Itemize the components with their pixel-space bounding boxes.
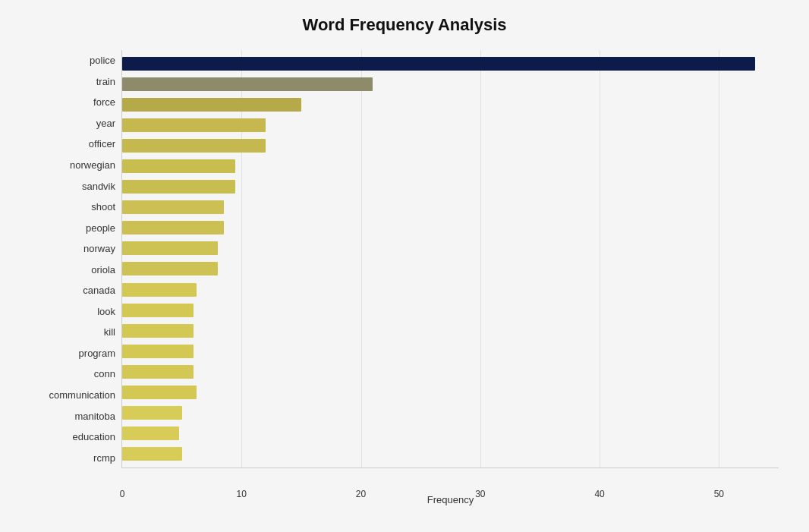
bar (122, 77, 373, 91)
y-label: shoot (30, 197, 115, 217)
y-label: norway (30, 239, 115, 259)
bar-row (122, 219, 779, 236)
y-labels: policetrainforceyearofficernorwegiansand… (30, 50, 121, 468)
y-label: manitoba (30, 406, 115, 426)
bar-row (122, 425, 779, 442)
bar-row (122, 343, 779, 360)
bar-row (122, 199, 779, 216)
bar (122, 180, 235, 194)
y-label: norwegian (30, 156, 115, 175)
bar-row (122, 282, 779, 298)
bar (122, 365, 194, 379)
bar-row (122, 384, 779, 401)
y-label: train (30, 71, 115, 91)
bar (122, 118, 266, 132)
bar (122, 262, 218, 275)
bar-row (122, 364, 779, 380)
y-label: communication (30, 386, 115, 405)
bar-row (122, 96, 779, 113)
bar (122, 427, 179, 440)
chart-area: policetrainforceyearofficernorwegiansand… (30, 50, 779, 468)
y-label: canada (30, 281, 115, 301)
bar-row (122, 405, 779, 421)
bar (122, 324, 194, 338)
bar-row (122, 137, 779, 154)
bar-row (122, 117, 779, 134)
y-label: look (30, 301, 115, 321)
plot-area: 01020304050 Frequency (121, 50, 779, 468)
bar (122, 283, 197, 297)
y-label: police (30, 51, 115, 71)
y-label: kill (30, 323, 115, 342)
bar (122, 159, 235, 173)
bar-row (122, 158, 779, 175)
bar-row (122, 445, 779, 462)
bar (122, 200, 224, 214)
bar-row (122, 260, 779, 277)
bar-row (122, 302, 779, 319)
y-label: rcmp (30, 448, 115, 467)
chart-title: Word Frequency Analysis (30, 15, 779, 35)
bar (122, 386, 197, 399)
bar-row (122, 55, 779, 72)
y-label: people (30, 218, 115, 238)
bar (122, 304, 194, 317)
bar (122, 139, 266, 153)
bar (122, 221, 224, 235)
y-label: year (30, 113, 115, 133)
bar-row (122, 76, 779, 93)
bar-row (122, 240, 779, 257)
bar (122, 345, 194, 358)
bar (122, 98, 301, 112)
bar-row (122, 323, 779, 339)
bar (122, 241, 218, 255)
bar (122, 57, 755, 71)
y-label: officer (30, 134, 115, 154)
y-label: force (30, 93, 115, 112)
y-label: sandvik (30, 176, 115, 196)
y-label: program (30, 343, 115, 363)
bar (122, 406, 182, 420)
chart-container: Word Frequency Analysis policetrainforce… (0, 0, 809, 532)
bar (122, 447, 182, 461)
y-label: education (30, 427, 115, 447)
y-label: conn (30, 364, 115, 384)
y-label: oriola (30, 260, 115, 279)
bars-area (122, 50, 779, 467)
x-axis-title: Frequency (122, 494, 779, 505)
bar-row (122, 178, 779, 195)
